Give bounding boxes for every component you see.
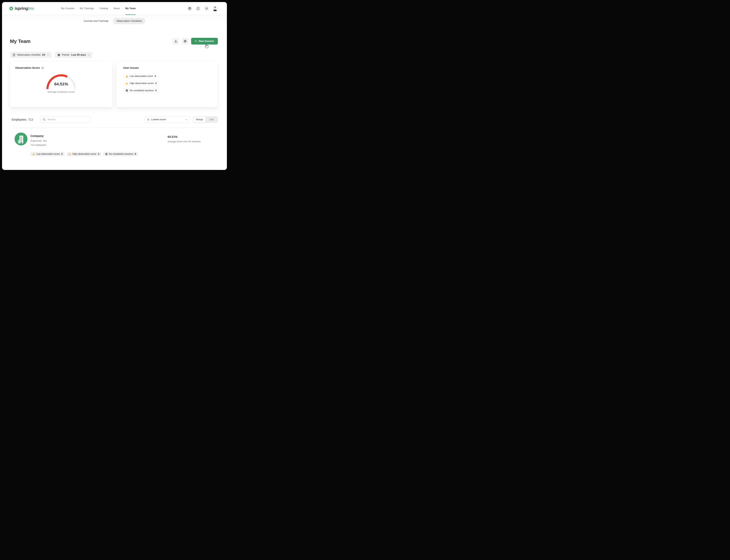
settings-button[interactable] xyxy=(182,38,188,45)
question-icon: ? xyxy=(105,153,108,155)
low-score-badge[interactable]: Low observation score5 xyxy=(123,74,158,79)
top-navigation-bar: ispringlms My Courses My Trainings Catal… xyxy=(2,2,227,15)
score-gauge: 64.51% average employee score xyxy=(45,73,77,93)
notifications-button[interactable] xyxy=(204,6,209,11)
warning-icon xyxy=(32,153,35,155)
user-avatar[interactable] xyxy=(212,6,218,11)
cursor-pointer-icon xyxy=(204,44,209,48)
thumbs-up-icon xyxy=(68,153,71,155)
filter-bar: Observation checklist All Period: xyxy=(10,52,218,58)
gauge-value: 64.51% xyxy=(45,82,77,86)
employees-toolbar: Employees: 713 Lowest score xyxy=(10,116,218,123)
download-icon xyxy=(174,40,177,43)
new-session-button[interactable]: + New Session xyxy=(191,38,218,45)
nav-item-catalog[interactable]: Catalog xyxy=(99,2,108,15)
company-issue-badges: Low observation score5 High observation … xyxy=(30,152,217,156)
company-building-icon xyxy=(15,133,27,145)
sort-arrows-icon xyxy=(147,118,150,121)
company-name: Company xyxy=(30,134,47,138)
observation-checklist-filter[interactable]: Observation checklist All xyxy=(10,52,52,58)
svg-text:?: ? xyxy=(126,90,127,91)
nav-item-my-team[interactable]: My Team xyxy=(125,2,136,15)
view-toggle-list[interactable]: List xyxy=(205,117,218,122)
calendar-icon xyxy=(57,53,60,56)
high-score-badge[interactable]: High observation score3 xyxy=(123,81,159,86)
gear-icon xyxy=(184,40,187,43)
company-employee-count: 713 employees xyxy=(30,144,47,146)
svg-text:?: ? xyxy=(106,153,107,155)
card-title: User Issues xyxy=(123,66,139,69)
thumbs-up-icon xyxy=(125,82,128,85)
company-group-row[interactable]: Company Supervisor: You 713 employees 64… xyxy=(12,133,217,146)
chevron-down-icon xyxy=(88,54,90,56)
employees-count: 713 xyxy=(28,118,33,121)
app-window: ispringlms My Courses My Trainings Catal… xyxy=(2,2,227,170)
download-button[interactable] xyxy=(172,38,179,45)
card-title: Observation Score xyxy=(15,66,40,69)
page-title: My Team xyxy=(10,38,31,44)
section-tabs: Courses and Trainings Observation Checkl… xyxy=(2,15,227,26)
company-average-score: 64.51% xyxy=(168,135,217,139)
user-issues-card: User Issues Low observation score5 xyxy=(117,62,218,107)
company-score-caption: average score over 42 sessions xyxy=(168,140,217,143)
period-filter[interactable]: Period: Last 90 days xyxy=(55,52,92,58)
chat-icon xyxy=(197,7,200,10)
ispring-lms-logo[interactable]: ispringlms xyxy=(9,6,34,11)
chevron-down-icon xyxy=(186,119,187,120)
gauge-caption: average employee score xyxy=(45,91,77,93)
high-score-badge[interactable]: High observation score3 xyxy=(66,152,101,156)
view-toggle: Group List xyxy=(193,116,218,123)
sort-value: Lowest score xyxy=(151,118,166,121)
nav-item-my-trainings[interactable]: My Trainings xyxy=(80,2,94,15)
sort-dropdown[interactable]: Lowest score xyxy=(145,116,190,123)
question-icon: ? xyxy=(125,89,128,92)
messages-button[interactable] xyxy=(195,6,201,11)
clipboard-check-icon xyxy=(13,53,15,56)
logo-wordmark: ispringlms xyxy=(15,6,34,11)
employees-group-section: Company Supervisor: You 713 employees 64… xyxy=(12,128,217,156)
warning-icon xyxy=(125,75,128,78)
nav-item-news[interactable]: News xyxy=(114,2,120,15)
low-score-badge[interactable]: Low observation score5 xyxy=(30,152,65,156)
help-icon[interactable]: ? xyxy=(41,67,44,69)
employees-label: Employees: xyxy=(12,118,27,121)
search-box xyxy=(41,116,91,123)
tab-observation-checklists[interactable]: Observation Checklists xyxy=(113,18,145,24)
chevron-down-icon xyxy=(47,54,49,56)
plus-icon: + xyxy=(195,39,197,43)
company-supervisor: Supervisor: You xyxy=(30,140,47,142)
main-nav: My Courses My Trainings Catalog News My … xyxy=(61,2,136,15)
header-icons xyxy=(187,6,218,11)
gifts-button[interactable] xyxy=(187,6,192,11)
bell-icon xyxy=(205,7,208,10)
view-toggle-group[interactable]: Group xyxy=(193,117,205,122)
ispring-flower-icon xyxy=(9,6,13,11)
nav-item-my-courses[interactable]: My Courses xyxy=(61,2,74,15)
page-actions: + New Session xyxy=(172,38,218,45)
no-sessions-badge[interactable]: ? No completed sessions6 xyxy=(103,152,138,156)
no-sessions-badge[interactable]: ? No completed sessions6 xyxy=(123,88,159,93)
main-content: My Team xyxy=(2,38,227,156)
search-input[interactable] xyxy=(47,118,88,121)
gift-icon xyxy=(188,7,191,10)
observation-score-card: Observation Score ? 64.51% average emplo… xyxy=(10,62,112,107)
tab-courses-and-trainings[interactable]: Courses and Trainings xyxy=(84,18,108,24)
search-icon xyxy=(43,118,46,121)
